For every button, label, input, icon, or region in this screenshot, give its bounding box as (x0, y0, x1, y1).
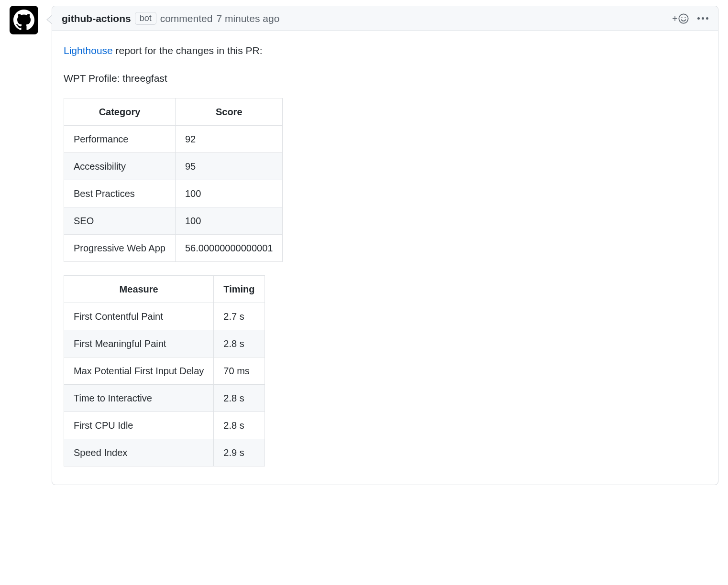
measure-cell: First Meaningful Paint (64, 330, 214, 357)
comment-timestamp[interactable]: 7 minutes ago (216, 13, 279, 24)
report-intro-text: report for the changes in this PR: (113, 45, 263, 56)
timing-cell: 2.8 s (214, 384, 265, 412)
score-cell: 92 (175, 125, 283, 152)
dot-icon (702, 17, 704, 20)
dot-icon (697, 17, 700, 20)
table-header-row: Measure Timing (64, 275, 265, 303)
measure-cell: Speed Index (64, 439, 214, 466)
svg-point-0 (679, 14, 688, 23)
github-logo-icon (13, 10, 34, 31)
score-cell: 100 (175, 180, 283, 207)
measure-cell: Time to Interactive (64, 384, 214, 412)
comment-box: github-actions bot commented 7 minutes a… (52, 6, 718, 485)
category-cell: SEO (64, 207, 176, 234)
table-header-row: Category Score (64, 98, 283, 125)
timing-cell: 2.9 s (214, 439, 265, 466)
category-cell: Accessibility (64, 152, 176, 180)
measure-timing-table: Measure Timing First Contentful Paint 2.… (64, 275, 265, 466)
table-row: First Contentful Paint 2.7 s (64, 303, 265, 330)
github-avatar[interactable] (10, 6, 38, 34)
comment-header-left: github-actions bot commented 7 minutes a… (62, 12, 279, 25)
table-row: Time to Interactive 2.8 s (64, 384, 265, 412)
smiley-icon (678, 13, 689, 24)
measure-cell: First Contentful Paint (64, 303, 214, 330)
table-row: Best Practices 100 (64, 180, 283, 207)
comment-body: Lighthouse report for the changes in thi… (52, 31, 718, 484)
score-cell: 100 (175, 207, 283, 234)
table-row: Performance 92 (64, 125, 283, 152)
comment-action-text: commented (160, 13, 213, 24)
wpt-profile-line: WPT Profile: threegfast (64, 70, 706, 87)
bot-badge: bot (135, 12, 156, 25)
add-reaction-button[interactable]: + (672, 13, 689, 24)
measure-cell: First CPU Idle (64, 412, 214, 439)
table-header-timing: Timing (214, 275, 265, 303)
plus-icon: + (672, 14, 678, 23)
category-cell: Progressive Web App (64, 234, 176, 261)
table-header-measure: Measure (64, 275, 214, 303)
measure-cell: Max Potential First Input Delay (64, 357, 214, 384)
svg-point-2 (684, 17, 685, 18)
comment-header: github-actions bot commented 7 minutes a… (52, 6, 718, 31)
more-actions-button[interactable] (697, 17, 708, 20)
category-cell: Performance (64, 125, 176, 152)
svg-point-1 (682, 17, 683, 18)
table-row: First Meaningful Paint 2.8 s (64, 330, 265, 357)
table-row: Speed Index 2.9 s (64, 439, 265, 466)
timing-cell: 70 ms (214, 357, 265, 384)
timing-cell: 2.7 s (214, 303, 265, 330)
report-intro-line: Lighthouse report for the changes in thi… (64, 43, 706, 59)
score-cell: 95 (175, 152, 283, 180)
score-cell: 56.00000000000001 (175, 234, 283, 261)
table-row: Accessibility 95 (64, 152, 283, 180)
table-row: SEO 100 (64, 207, 283, 234)
timing-cell: 2.8 s (214, 412, 265, 439)
dot-icon (706, 17, 708, 20)
table-row: Max Potential First Input Delay 70 ms (64, 357, 265, 384)
comment-author[interactable]: github-actions (62, 13, 131, 24)
table-row: First CPU Idle 2.8 s (64, 412, 265, 439)
lighthouse-link[interactable]: Lighthouse (64, 45, 113, 56)
category-score-table: Category Score Performance 92 Accessibil… (64, 98, 283, 262)
timing-cell: 2.8 s (214, 330, 265, 357)
table-header-category: Category (64, 98, 176, 125)
table-header-score: Score (175, 98, 283, 125)
category-cell: Best Practices (64, 180, 176, 207)
comment-container: github-actions bot commented 7 minutes a… (0, 0, 728, 495)
table-row: Progressive Web App 56.00000000000001 (64, 234, 283, 261)
comment-header-right: + (672, 13, 708, 24)
